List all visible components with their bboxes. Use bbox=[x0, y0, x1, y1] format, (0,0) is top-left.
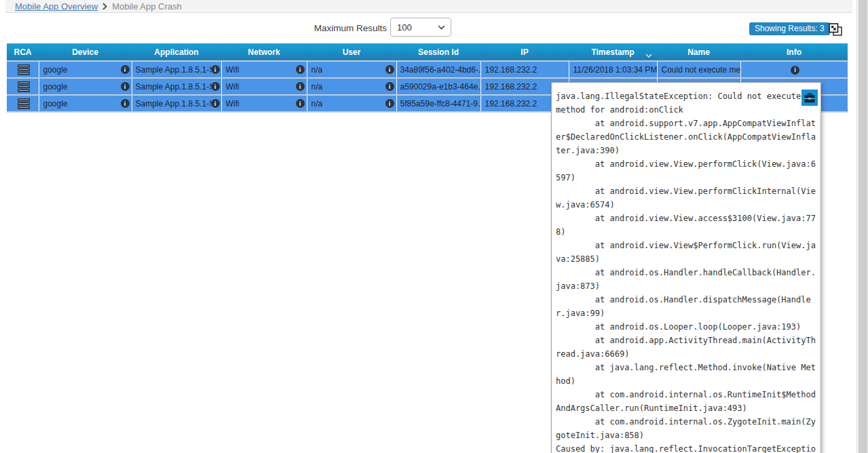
max-results-select[interactable]: 100 bbox=[390, 18, 451, 37]
scrollbar-thumb[interactable] bbox=[858, 0, 867, 453]
breadcrumb-link-overview[interactable]: Mobile App Overview bbox=[15, 1, 98, 12]
network-value: Wifi bbox=[226, 82, 240, 92]
showing-results-badge: Showing Results: 3 bbox=[749, 22, 830, 35]
column-header-timestamp[interactable]: Timestamp bbox=[569, 43, 657, 61]
column-header-ip[interactable]: IP bbox=[480, 43, 569, 61]
info-circle-icon[interactable]: i bbox=[121, 82, 130, 91]
cell-user: n/ai bbox=[307, 61, 396, 78]
breadcrumb: Mobile App Overview Mobile App Crash bbox=[5, 0, 852, 13]
cell-rca bbox=[7, 61, 39, 78]
column-header-application[interactable]: Application bbox=[132, 43, 221, 61]
application-value: Sample App.1.8.5.1-S bbox=[136, 82, 211, 92]
info-circle-icon[interactable]: i bbox=[121, 99, 130, 108]
cell-application: Sample App.1.8.5.1-Si bbox=[132, 95, 221, 112]
briefcase-icon bbox=[804, 93, 815, 103]
cell-device: googlei bbox=[39, 78, 132, 95]
column-header-timestamp-label: Timestamp bbox=[591, 47, 634, 57]
max-results-label: Maximum Results bbox=[307, 23, 387, 33]
cell-session-id: 5f85a59e-ffc8-4471-9... bbox=[396, 95, 480, 112]
device-value: google bbox=[43, 82, 68, 92]
column-header-session-id[interactable]: Session Id bbox=[396, 43, 480, 61]
cell-session-id: 34a89f56-a402-4bd6-... bbox=[396, 61, 480, 78]
chevron-down-icon bbox=[645, 50, 652, 60]
column-header-device[interactable]: Device bbox=[39, 43, 132, 61]
info-circle-icon[interactable]: i bbox=[385, 65, 394, 74]
info-circle-icon[interactable]: i bbox=[296, 99, 305, 108]
max-results-value: 100 bbox=[397, 22, 412, 33]
cell-application: Sample App.1.8.5.1-Si bbox=[132, 61, 221, 78]
column-header-info[interactable]: Info bbox=[740, 43, 848, 61]
cell-session-id: a590029a-e1b3-464e... bbox=[396, 78, 480, 95]
network-value: Wifi bbox=[226, 65, 240, 75]
rca-list-lines-icon[interactable] bbox=[18, 64, 30, 75]
cell-network: Wifii bbox=[221, 78, 307, 95]
column-header-name[interactable]: Name bbox=[657, 43, 740, 61]
chevron-down-icon bbox=[438, 25, 445, 30]
cell-info: i bbox=[740, 61, 848, 78]
cell-user: n/ai bbox=[307, 78, 396, 95]
stack-trace-text: java.lang.IllegalStateException: Could n… bbox=[556, 90, 818, 453]
cell-application: Sample App.1.8.5.1-Si bbox=[132, 78, 221, 95]
vertical-scrollbar[interactable] bbox=[856, 0, 868, 453]
rca-list-lines-icon[interactable] bbox=[18, 98, 30, 109]
cell-device: googlei bbox=[39, 61, 132, 78]
application-value: Sample App.1.8.5.1-S bbox=[136, 99, 211, 109]
info-circle-icon[interactable]: i bbox=[296, 82, 305, 91]
info-circle-icon[interactable]: i bbox=[385, 99, 394, 108]
rca-list-lines-icon[interactable] bbox=[18, 81, 30, 92]
table-header-row: RCA Device Application Network User Sess… bbox=[7, 43, 848, 61]
cell-ip: 192.168.232.2 bbox=[480, 61, 569, 78]
user-value: n/a bbox=[312, 99, 323, 109]
info-circle-icon[interactable]: i bbox=[296, 65, 305, 74]
breadcrumb-current: Mobile App Crash bbox=[112, 1, 182, 12]
column-header-user[interactable]: User bbox=[307, 43, 396, 61]
cell-device: googlei bbox=[39, 95, 132, 112]
table-row[interactable]: googlei Sample App.1.8.5.1-Si Wifii n/ai… bbox=[7, 61, 848, 78]
cell-network: Wifii bbox=[221, 61, 307, 78]
mobile-app-crash-screen: Mobile App Overview Mobile App Crash Max… bbox=[0, 0, 868, 453]
cell-network: Wifii bbox=[221, 95, 307, 112]
cell-rca bbox=[7, 78, 39, 95]
user-value: n/a bbox=[312, 82, 323, 92]
device-value: google bbox=[43, 65, 68, 75]
info-circle-icon[interactable]: i bbox=[121, 65, 130, 74]
info-circle-icon[interactable]: i bbox=[211, 82, 220, 91]
application-value: Sample App.1.8.5.1-S bbox=[136, 65, 211, 75]
cell-name: Could not execute me... bbox=[657, 61, 740, 78]
cell-timestamp: 11/26/2018 1:03:34 PM bbox=[569, 61, 657, 78]
chevron-right-icon bbox=[102, 3, 107, 10]
user-value: n/a bbox=[312, 65, 323, 75]
info-circle-icon[interactable]: i bbox=[791, 66, 799, 75]
device-value: google bbox=[43, 99, 68, 109]
cell-rca bbox=[7, 95, 39, 112]
info-circle-icon[interactable]: i bbox=[211, 99, 220, 108]
network-value: Wifi bbox=[226, 99, 240, 109]
column-header-rca[interactable]: RCA bbox=[7, 43, 39, 61]
cell-user: n/ai bbox=[307, 95, 396, 112]
stack-trace-popup: java.lang.IllegalStateException: Could n… bbox=[551, 82, 821, 453]
info-circle-icon[interactable]: i bbox=[385, 82, 394, 91]
copy-pages-icon[interactable] bbox=[829, 23, 843, 39]
info-circle-icon[interactable]: i bbox=[211, 65, 220, 74]
column-header-network[interactable]: Network bbox=[221, 43, 307, 61]
